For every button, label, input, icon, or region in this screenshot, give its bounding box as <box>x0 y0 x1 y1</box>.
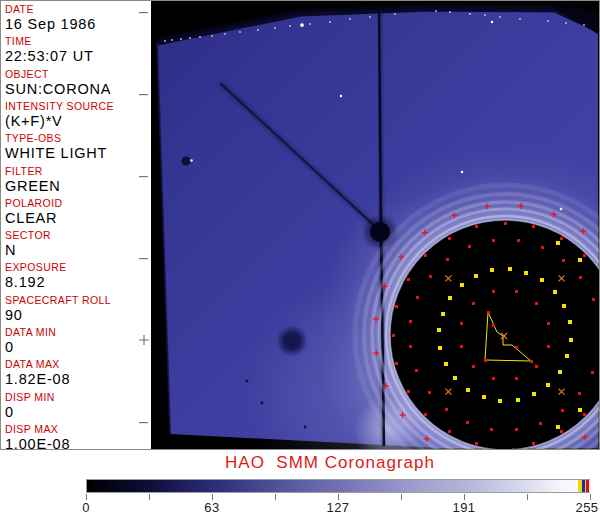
field-label: TIME <box>5 36 150 47</box>
colorbar-scale-label: 191 <box>452 500 475 512</box>
colorbar-tick <box>149 494 150 500</box>
field-label: DATA MIN <box>5 327 150 338</box>
colorbar-scale-label: 255 <box>575 500 598 512</box>
metadata-row: DISP MAX1.00E-08 <box>5 424 150 435</box>
colorbar-scale-label: 0 <box>82 500 90 512</box>
smm-coronagraph-viewer: { "window": {"frame_color": "#8a8a8a", "… <box>0 0 600 512</box>
field-label: DATE <box>5 4 150 15</box>
colorbar-gradient <box>87 480 589 492</box>
dust-spot-center <box>280 329 304 353</box>
field-label: TYPE-OBS <box>5 133 150 144</box>
metadata-row: EXPOSURE8.192 <box>5 262 150 273</box>
colorbar-tick <box>275 494 276 500</box>
metadata-row: DISP MIN0 <box>5 392 150 403</box>
metadata-row: DATE16 Sep 1986 <box>5 4 150 15</box>
field-label: EXPOSURE <box>5 262 150 273</box>
field-value: 1.82E-08 <box>5 372 70 387</box>
colorbar-tick <box>527 494 528 500</box>
metadata-row: SECTORN <box>5 230 150 241</box>
dust-spot-left <box>182 157 191 166</box>
metadata-row: DATA MIN0 <box>5 327 150 338</box>
field-label: FILTER <box>5 166 150 177</box>
field-value: 90 <box>5 308 23 323</box>
field-value: 0 <box>5 340 14 355</box>
metadata-row: SPACECRAFT ROLL90 <box>5 295 150 306</box>
metadata-row: POLAROIDCLEAR <box>5 198 150 209</box>
colorbar-scale-label: 63 <box>204 500 219 512</box>
field-label: DISP MIN <box>5 392 150 403</box>
field-value: 8.192 <box>5 275 45 290</box>
field-label: INTENSITY SOURCE <box>5 101 150 112</box>
field-value: GREEN <box>5 179 61 194</box>
field-value: 0 <box>5 405 14 420</box>
colorbar-scale-label: 127 <box>326 500 349 512</box>
field-label: DATA MAX <box>5 359 150 370</box>
dust-spot-highlight <box>190 159 193 162</box>
metadata-row: DATA MAX1.82E-08 <box>5 359 150 370</box>
field-value: (K+F)*V <box>5 114 63 129</box>
field-value: 22:53:07 UT <box>5 49 94 64</box>
metadata-panel: DATE16 Sep 1986TIME22:53:07 UTOBJECTSUN:… <box>0 0 150 448</box>
metadata-row: FILTERGREEN <box>5 166 150 177</box>
field-label: SPACECRAFT ROLL <box>5 295 150 306</box>
metadata-row: OBJECTSUN:CORONA <box>5 69 150 80</box>
field-label: SECTOR <box>5 230 150 241</box>
colorbar-tick <box>401 494 402 500</box>
field-label: POLAROID <box>5 198 150 209</box>
colorbar <box>86 479 590 493</box>
footer: HAO SMM Coronagraph 063127191255 <box>0 450 600 512</box>
field-value: SUN:CORONA <box>5 82 111 97</box>
field-value: CLEAR <box>5 211 57 226</box>
field-label: DISP MAX <box>5 424 150 435</box>
plot-title: HAO SMM Coronagraph <box>30 453 600 473</box>
field-label: OBJECT <box>5 69 150 80</box>
field-value: N <box>5 243 16 258</box>
metadata-row: INTENSITY SOURCE(K+F)*V <box>5 101 150 112</box>
field-value: WHITE LIGHT <box>5 146 107 161</box>
colorbar-stripe <box>589 480 591 492</box>
metadata-row: TYPE-OBSWHITE LIGHT <box>5 133 150 144</box>
field-value: 16 Sep 1986 <box>5 17 96 32</box>
metadata-row: TIME22:53:07 UT <box>5 36 150 47</box>
